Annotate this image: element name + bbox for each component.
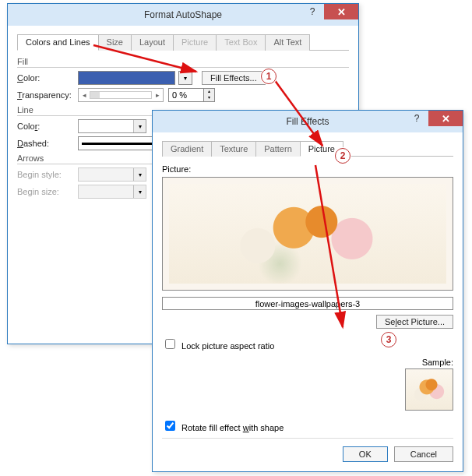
rotate-checkbox[interactable]: Rotate fill effect with shape <box>162 423 284 432</box>
spin-down-icon[interactable]: ▾ <box>204 95 214 101</box>
lock-aspect-input[interactable] <box>165 339 175 349</box>
picture-preview <box>162 177 453 291</box>
tab-size[interactable]: Size <box>98 34 132 51</box>
transparency-label: Transparency: <box>17 90 78 100</box>
titlebar: Fill Effects ? ✕ <box>153 111 463 132</box>
begin-style-label: Begin style: <box>17 170 78 179</box>
select-picture-button[interactable]: Select Picture... <box>376 315 453 329</box>
callout-badge-2: 2 <box>335 148 350 164</box>
help-icon[interactable]: ? <box>301 4 324 19</box>
tab-textbox: Text Box <box>216 34 266 51</box>
transparency-value[interactable]: 0 % ▴▾ <box>168 88 215 102</box>
cancel-button[interactable]: Cancel <box>394 446 453 462</box>
chevron-right-icon[interactable]: ▸ <box>153 91 161 99</box>
tab-texture[interactable]: Texture <box>211 141 256 157</box>
fill-effects-dialog: Fill Effects ? ✕ Gradient Texture Patter… <box>152 110 463 472</box>
tab-gradient[interactable]: Gradient <box>162 141 212 157</box>
tab-layout[interactable]: Layout <box>131 34 174 51</box>
callout-badge-1: 1 <box>261 69 277 84</box>
close-icon[interactable]: ✕ <box>428 111 463 126</box>
rotate-input[interactable] <box>165 421 175 431</box>
line-color-label: Color: <box>17 122 78 131</box>
tab-pattern[interactable]: Pattern <box>255 141 300 157</box>
begin-size-combo: ▾ <box>78 185 146 199</box>
titlebar: Format AutoShape ? ✕ <box>8 4 358 26</box>
spin-up-icon[interactable]: ▴ <box>204 89 214 95</box>
flower-image <box>169 184 446 284</box>
lock-aspect-checkbox[interactable]: Lock picture aspect ratio <box>162 341 274 351</box>
close-icon[interactable]: ✕ <box>324 4 358 19</box>
callout-badge-3: 3 <box>381 332 396 347</box>
fill-effects-button[interactable]: Fill Effects... <box>202 71 266 85</box>
tabs: Gradient Texture Pattern Picture <box>162 140 453 157</box>
picture-label: Picture: <box>162 164 453 174</box>
fill-color-label: Color: <box>17 73 78 83</box>
fill-color-dropdown[interactable]: ▾ <box>178 71 192 85</box>
fill-color-swatch[interactable] <box>78 71 175 85</box>
begin-size-label: Begin size: <box>17 187 78 196</box>
section-fill: Fill <box>17 57 349 68</box>
help-icon[interactable]: ? <box>405 111 428 126</box>
line-dashed-label: Dashed: <box>17 139 78 148</box>
transparency-slider[interactable]: ◂ ▸ <box>78 88 164 102</box>
sample-preview <box>405 368 453 411</box>
begin-style-combo: ▾ <box>78 167 146 182</box>
chevron-left-icon[interactable]: ◂ <box>80 91 88 99</box>
picture-name: flower-images-wallpapers-3 <box>162 297 453 310</box>
ok-button[interactable]: OK <box>343 446 388 462</box>
sample-label: Sample: <box>405 358 453 367</box>
line-color-combo[interactable]: ▾ <box>78 119 146 133</box>
tab-colors-and-lines[interactable]: Colors and Lines <box>17 34 99 51</box>
tab-alttext[interactable]: Alt Text <box>265 34 310 51</box>
tab-picture: Picture <box>173 34 217 51</box>
tabs: Colors and Lines Size Layout Picture Tex… <box>17 33 349 51</box>
